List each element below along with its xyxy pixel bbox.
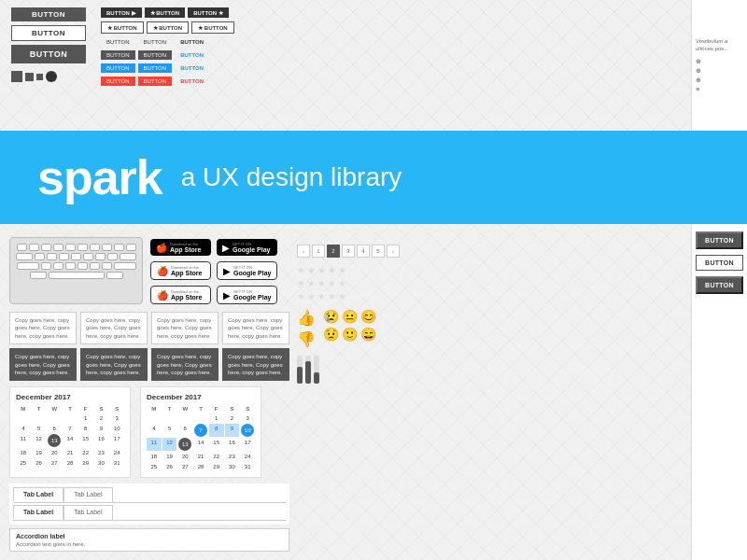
cal-day[interactable]: 29: [78, 458, 93, 468]
cal-day[interactable]: [16, 413, 31, 423]
cal-day[interactable]: 26: [32, 458, 47, 468]
cal-day[interactable]: [63, 413, 78, 423]
cal-today-2[interactable]: 13: [178, 438, 191, 451]
cal-day[interactable]: 14: [63, 434, 78, 447]
page-prev[interactable]: ‹: [297, 245, 310, 258]
cal-selected-end[interactable]: 10: [241, 424, 254, 437]
sad-emoji[interactable]: 😢: [323, 309, 339, 324]
neutral-emoji[interactable]: 😐: [342, 309, 358, 324]
cal-day[interactable]: 15: [78, 434, 93, 447]
thumbs-down-icon[interactable]: 👎: [297, 330, 316, 348]
ok-emoji[interactable]: 🙂: [342, 327, 358, 342]
cal-day[interactable]: [32, 413, 47, 423]
cal-day[interactable]: 21: [63, 448, 78, 457]
tab-2[interactable]: Tab Label: [63, 487, 112, 502]
cal-range-day[interactable]: 11: [147, 438, 162, 451]
star-11[interactable]: ★: [297, 291, 305, 301]
cal-day[interactable]: 9: [94, 424, 109, 433]
cal-day[interactable]: 7: [63, 424, 78, 433]
cal-range-day[interactable]: 12: [162, 438, 177, 451]
cal-day[interactable]: 30: [94, 458, 109, 468]
cal-day[interactable]: 17: [240, 438, 255, 451]
cal-day[interactable]: 30: [225, 462, 240, 471]
page-4[interactable]: 4: [357, 245, 370, 258]
cal-day[interactable]: 2: [225, 413, 240, 423]
demo-button-2[interactable]: BUTTON: [11, 25, 86, 41]
star-8[interactable]: ★: [317, 278, 326, 288]
cal-range-day[interactable]: 8: [209, 424, 224, 437]
cal-day[interactable]: 11: [16, 434, 31, 447]
cal-day[interactable]: 3: [240, 413, 255, 423]
cal-day[interactable]: 16: [94, 434, 109, 447]
cal-day[interactable]: 25: [16, 458, 31, 468]
cal-day[interactable]: 6: [47, 424, 62, 433]
cal-day[interactable]: 17: [109, 434, 124, 447]
star-3[interactable]: ★: [317, 265, 326, 275]
cal-day[interactable]: 21: [193, 452, 208, 461]
very-sad-emoji[interactable]: 😟: [323, 327, 339, 342]
cal-day[interactable]: 2: [94, 413, 109, 423]
thumbs-up-icon[interactable]: 👍: [297, 309, 316, 327]
cal-day[interactable]: 15: [209, 438, 224, 451]
cal-day[interactable]: 22: [209, 452, 224, 461]
google-play-badge-3[interactable]: ▶ GET IT ON Google Play: [217, 286, 277, 304]
star-9[interactable]: ★: [328, 278, 336, 288]
star-2[interactable]: ★: [307, 265, 316, 275]
cal-day[interactable]: 1: [209, 413, 224, 423]
cal-day[interactable]: 18: [16, 448, 31, 457]
tab-3[interactable]: Tab Label: [13, 505, 63, 520]
star-14[interactable]: ★: [328, 291, 336, 301]
cal-day[interactable]: 4: [16, 424, 31, 433]
star-10[interactable]: ★: [338, 278, 346, 288]
cal-day[interactable]: 5: [32, 424, 47, 433]
cal-selected-start[interactable]: 7: [194, 424, 207, 437]
cal-day[interactable]: 18: [147, 452, 162, 461]
page-next[interactable]: ›: [387, 245, 400, 258]
cal-day[interactable]: 12: [32, 434, 47, 447]
cal-day[interactable]: 19: [162, 452, 177, 461]
cal-day[interactable]: 31: [240, 462, 255, 471]
cal-day[interactable]: 24: [240, 452, 255, 461]
cal-day[interactable]: 28: [193, 462, 208, 471]
cal-day[interactable]: 26: [162, 462, 177, 471]
cal-day[interactable]: 16: [225, 438, 240, 451]
cal-day[interactable]: [47, 413, 62, 423]
cal-day[interactable]: 20: [47, 448, 62, 457]
cal-day[interactable]: 6: [177, 424, 192, 437]
page-3[interactable]: 3: [342, 245, 355, 258]
star-1[interactable]: ★: [297, 265, 305, 275]
very-happy-emoji[interactable]: 😄: [360, 327, 376, 342]
cal-day[interactable]: 27: [47, 458, 62, 468]
cal-day[interactable]: 22: [78, 448, 93, 457]
page-1[interactable]: 1: [312, 245, 325, 258]
demo-button-1[interactable]: BUTTON: [11, 7, 86, 21]
cal-range-day[interactable]: 9: [225, 424, 240, 437]
page-5[interactable]: 5: [372, 245, 385, 258]
cal-day[interactable]: 3: [109, 413, 124, 423]
happy-emoji[interactable]: 😊: [360, 309, 376, 324]
cal-day[interactable]: 27: [177, 462, 192, 471]
cal-day[interactable]: 28: [63, 458, 78, 468]
cal-day[interactable]: 1: [78, 413, 93, 423]
cal-day[interactable]: 25: [147, 462, 162, 471]
cal-day[interactable]: 23: [225, 452, 240, 461]
star-6[interactable]: ★: [297, 278, 305, 288]
tab-1[interactable]: Tab Label: [13, 487, 63, 502]
page-2[interactable]: 2: [327, 245, 340, 258]
cal-day[interactable]: 31: [109, 458, 124, 468]
google-play-badge-2[interactable]: ▶ GET IT ON Google Play: [217, 261, 277, 280]
cal-day[interactable]: 8: [78, 424, 93, 433]
cal-day[interactable]: [147, 413, 162, 423]
cal-day[interactable]: 5: [162, 424, 177, 437]
star-7[interactable]: ★: [307, 278, 316, 288]
star-4[interactable]: ★: [328, 265, 336, 275]
cal-day[interactable]: 19: [32, 448, 47, 457]
app-store-badge-3[interactable]: 🍎 Download on the App Store: [150, 286, 211, 304]
star-12[interactable]: ★: [307, 291, 316, 301]
cal-day[interactable]: [162, 413, 177, 423]
app-store-badge-2[interactable]: 🍎 Download on the App Store: [150, 261, 211, 280]
tab-4[interactable]: Tab Label: [63, 505, 112, 520]
app-store-badge-1[interactable]: 🍎 Download on the App Store: [150, 239, 211, 256]
cal-day[interactable]: 24: [109, 448, 124, 457]
cal-day[interactable]: 23: [94, 448, 109, 457]
